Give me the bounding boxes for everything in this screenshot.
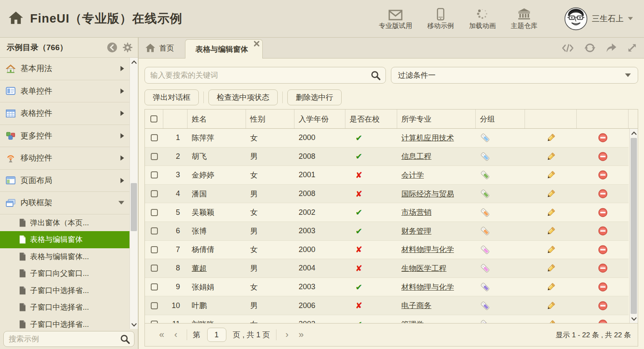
major-link[interactable]: 市场营销 [401,207,431,217]
header-action-bank[interactable]: 主题仓库 [511,7,538,31]
row-checkbox[interactable] [151,190,158,197]
tag-icon[interactable] [480,319,490,323]
row-checkbox[interactable] [151,283,158,290]
delete-icon[interactable] [598,282,608,292]
row-checkbox[interactable] [151,209,158,216]
header-action-mobile[interactable]: 移动示例 [427,7,454,31]
row-checkbox[interactable] [151,134,158,141]
header-action-spinner[interactable]: 加载动画 [469,7,496,31]
sidebar-search-input[interactable] [3,331,134,347]
forward-icon[interactable] [606,43,617,53]
gear-icon[interactable] [122,42,133,53]
edit-icon[interactable] [546,189,556,199]
search-icon[interactable] [370,70,381,82]
edit-icon[interactable] [546,226,556,236]
home-icon[interactable] [8,11,23,26]
edit-icon[interactable] [546,132,556,143]
tag-icon[interactable] [480,282,490,292]
scroll-up-arrow[interactable] [630,129,638,137]
header-action-envelope[interactable]: 专业版试用 [379,7,412,31]
delete-icon[interactable] [598,245,608,255]
row-checkbox[interactable] [151,227,158,234]
page-number-input[interactable] [207,328,226,342]
major-link[interactable]: 电子商务 [401,301,431,311]
delete-icon[interactable] [598,263,608,273]
major-link[interactable]: 国际经济与贸易 [401,189,454,199]
row-checkbox[interactable] [151,153,158,160]
edit-icon[interactable] [546,282,556,292]
tag-icon[interactable] [480,170,490,180]
tag-icon[interactable] [480,151,490,162]
row-checkbox[interactable] [151,321,158,323]
keyword-search-input[interactable] [145,67,386,84]
major-link[interactable]: 生物医学工程 [401,263,446,273]
delete-icon[interactable] [598,319,608,323]
student-name[interactable]: 董超 [192,263,207,273]
filter-dropdown[interactable]: 过滤条件一 [391,67,638,84]
scroll-up-arrow[interactable] [130,58,138,66]
code-icon[interactable] [561,43,574,53]
scroll-down-arrow[interactable] [630,315,638,323]
major-link[interactable]: 材料物理与化学 [401,282,454,292]
tag-icon[interactable] [480,245,490,255]
row-checkbox[interactable] [151,265,158,272]
sidebar-item[interactable]: 表格控件 [0,102,129,125]
scrollbar-thumb[interactable] [631,138,637,314]
delete-icon[interactable] [598,207,608,218]
tag-icon[interactable] [480,189,490,199]
delete-icon[interactable] [598,170,608,180]
major-link[interactable]: 计算机应用技术 [401,133,454,143]
first-page-button[interactable]: « [154,329,169,340]
tag-icon[interactable] [480,226,490,236]
sidebar-subitem[interactable]: 表格与编辑窗体 [0,231,129,248]
sidebar-scrollbar[interactable] [129,58,138,329]
edit-icon[interactable] [546,301,556,311]
edit-icon[interactable] [546,151,556,162]
row-checkbox[interactable] [151,171,158,178]
sidebar-subitem[interactable]: 表格与编辑窗体... [0,248,129,265]
major-link[interactable]: 会计学 [401,170,424,180]
tag-icon[interactable] [480,207,490,218]
sidebar-item[interactable]: 基本用法 [0,58,129,80]
sidebar-subitem[interactable]: 子窗口向父窗口... [0,265,129,282]
next-page-button[interactable]: › [281,329,294,340]
scroll-down-arrow[interactable] [130,321,138,329]
search-icon[interactable] [120,334,130,346]
major-link[interactable]: 管理学 [401,319,424,323]
close-icon[interactable] [254,41,259,46]
major-link[interactable]: 信息工程 [401,151,431,161]
edit-icon[interactable] [546,245,556,255]
sidebar-item[interactable]: 内联框架 [0,192,129,214]
refresh-icon[interactable] [584,43,596,53]
grid-scrollbar[interactable] [629,129,638,323]
expand-icon[interactable] [627,43,637,53]
edit-icon[interactable] [546,263,556,273]
sidebar-item[interactable]: 表单控件 [0,80,129,103]
delete-icon[interactable] [598,151,608,162]
sidebar-item[interactable]: 页面布局 [0,170,129,192]
delete-icon[interactable] [598,189,608,199]
row-checkbox[interactable] [151,246,158,253]
header-checkbox-cell[interactable] [145,110,163,128]
avatar[interactable] [564,7,588,31]
sidebar-subitem[interactable]: 子窗口中选择省... [0,299,129,316]
action-button[interactable]: 删除选中行 [287,89,342,105]
sidebar-subitem[interactable]: 子窗口中选择省... [0,282,129,299]
sidebar-subitem[interactable]: 弹出窗体（本页... [0,214,129,232]
scrollbar-thumb[interactable] [131,183,137,231]
edit-icon[interactable] [546,319,556,323]
tab-grid-edit-window[interactable]: 表格与编辑窗体 [185,39,263,59]
last-page-button[interactable]: » [294,329,309,340]
action-button[interactable]: 检查选中项状态 [208,89,278,105]
collapse-sidebar-button[interactable] [107,42,117,53]
row-checkbox[interactable] [151,302,158,309]
delete-icon[interactable] [598,301,608,311]
major-link[interactable]: 材料物理与化学 [401,245,454,255]
tag-icon[interactable] [480,301,490,311]
tag-icon[interactable] [480,132,490,143]
action-button[interactable]: 弹出对话框 [145,89,199,105]
major-link[interactable]: 财务管理 [401,226,431,236]
edit-icon[interactable] [546,207,556,218]
tag-icon[interactable] [480,263,490,273]
sidebar-item[interactable]: 更多控件 [0,125,129,148]
